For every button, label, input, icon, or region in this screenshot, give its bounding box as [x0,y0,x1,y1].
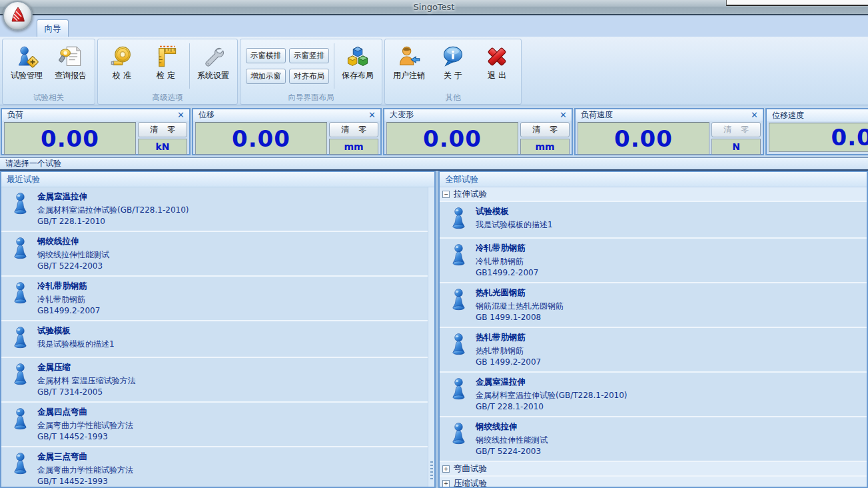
about-button[interactable]: 关 于 [431,41,475,91]
clear-zero-button[interactable]: 清 零 [711,122,761,137]
align-layout-button[interactable]: 对齐布局 [289,69,329,84]
ribbon-group-body: 用户注销 关 于 退 出 [385,39,521,93]
clear-zero-button[interactable]: 清 零 [138,122,187,137]
test-item-desc: GB1499.2-2007 [476,267,538,279]
all-tests-body: −拉伸试验试验模板我是试验模板的描述1冷轧带肋钢筋冷轧带肋钢筋GB1499.2-… [440,187,867,487]
test-selection-area: 最近试验 金属室温拉伸金属材料室温拉伸试验(GB/T228.1-2010)GB/… [0,171,868,488]
meter-titlebar: 位移✕ [193,109,380,121]
meter-title: 位移速度 [772,110,804,121]
test-item-title: 金属四点弯曲 [37,407,133,418]
expand-toggle-icon[interactable]: + [442,465,450,473]
test-item-desc: GB/T 14452-1993 [37,476,133,487]
test-item-desc: GB/T 14452-1993 [37,431,133,443]
clear-zero-button[interactable]: 清 零 [329,122,378,137]
query-report-button[interactable]: 查询报告 [49,41,93,91]
test-item-title: 热轧带肋钢筋 [476,332,541,343]
test-item[interactable]: 金属压缩金属材料 室温压缩试验方法GB/T 7314-2005 [1,358,428,403]
recent-tests-panel: 最近试验 金属室温拉伸金属材料室温拉伸试验(GB/T228.1-2010)GB/… [0,171,436,488]
meter-unit: mm [329,139,378,155]
expand-toggle-icon[interactable]: + [442,480,450,487]
test-item-text: 冷轧带肋钢筋冷轧带肋钢筋GB1499.2-2007 [37,281,100,317]
about-icon [441,45,465,69]
test-item-text: 钢绞线拉伸钢绞线拉伸性能测试GB/T 5224-2003 [476,421,548,458]
meter-value: 0.00 [232,125,290,152]
vertical-scrollbar[interactable] [428,187,434,487]
pawn-icon [11,407,30,443]
tab-wizard[interactable]: 向导 [37,19,69,37]
button-label: 关 于 [444,70,462,81]
meter-panel-4: 负荷速度✕0.00清 零N [574,108,764,155]
close-icon[interactable]: ✕ [368,111,376,119]
meter-unit: mm [520,139,570,155]
test-item-desc: 金属弯曲力学性能试验方法 [37,420,133,431]
select-test-prompt: 请选择一个试验 [0,157,868,171]
meter-unit: kN [138,139,187,155]
meter-display: 0.00 [769,123,868,152]
test-item[interactable]: 冷轧带肋钢筋冷轧带肋钢筋GB1499.2-2007 [440,239,867,283]
test-management-button[interactable]: 试验管理 [5,41,49,91]
meter-panel-2: 位移✕0.00清 零mm [192,108,382,155]
pawn-icon [450,287,468,324]
collapse-toggle-icon[interactable]: − [442,191,450,198]
test-item[interactable]: 金属四点弯曲金属弯曲力学性能试验方法GB/T 14452-1993 [1,403,428,447]
test-item-text: 热轧带肋钢筋热轧带肋钢筋GB 1499.2-2007 [476,332,541,369]
meter-title: 大变形 [390,109,414,121]
tree-node-collapsed[interactable]: +弯曲试验 [440,462,867,477]
close-icon[interactable]: ✕ [177,111,185,119]
system-settings-button[interactable]: 系统设置 [191,41,235,91]
application-menu-button[interactable] [3,1,33,31]
test-item[interactable]: 钢绞线拉伸钢绞线拉伸性能测试GB/T 5224-2003 [1,232,428,277]
meter-horizontal-button[interactable]: 示窗横排 [246,48,286,63]
ribbon-group-other: 用户注销 关 于 退 出 其他 [384,39,522,105]
meter-vertical-button[interactable]: 示窗竖排 [289,48,329,63]
add-meter-button[interactable]: 增加示窗 [246,69,286,84]
meter-display: 0.00 [4,122,136,155]
test-item[interactable]: 金属室温拉伸金属材料室温拉伸试验(GB/T228.1-2010)GB/T 228… [440,373,867,417]
all-tests-tree: −拉伸试验试验模板我是试验模板的描述1冷轧带肋钢筋冷轧带肋钢筋GB1499.2-… [440,187,867,487]
pawn-icon [450,377,468,413]
test-item[interactable]: 钢绞线拉伸钢绞线拉伸性能测试GB/T 5224-2003 [440,417,867,462]
test-item[interactable]: 试验模板我是试验模板的描述1 [1,321,428,358]
meter-side-column: 清 零N [711,122,761,155]
button-label: 用户注销 [393,70,425,81]
recent-tests-header: 最近试验 [1,172,434,187]
ribbon-group-label: 向导界面布局 [240,93,382,104]
test-management-icon [15,45,39,69]
exit-button[interactable]: 退 出 [475,41,519,91]
close-icon[interactable]: ✕ [751,111,758,119]
user-logout-button[interactable]: 用户注销 [387,41,431,91]
test-item[interactable]: 试验模板我是试验模板的描述1 [440,202,867,239]
test-item-title: 钢绞线拉伸 [476,421,548,433]
pawn-icon [11,362,30,399]
verify-button[interactable]: 检 定 [144,41,188,91]
test-item[interactable]: 热轧带肋钢筋热轧带肋钢筋GB 1499.2-2007 [440,328,867,373]
save-layout-icon [346,45,370,69]
test-item-text: 金属三点弯曲金属弯曲力学性能试验方法GB/T 14452-1993 [37,451,133,487]
meter-body: 0.00 [767,121,868,154]
test-item-text: 金属压缩金属材料 室温压缩试验方法GB/T 7314-2005 [37,362,136,399]
ribbon-group-body: 校 准 检 定 系统设置 [98,39,237,93]
test-item-text: 试验模板我是试验模板的描述1 [476,206,553,235]
test-item[interactable]: 热轧光圆钢筋钢筋混凝土热轧光圆钢筋GB 1499.1-2008 [440,283,867,328]
test-item[interactable]: 金属室温拉伸金属材料室温拉伸试验(GB/T228.1-2010)GB/T 228… [1,187,428,232]
button-label: 系统设置 [197,70,229,81]
test-item-text: 冷轧带肋钢筋冷轧带肋钢筋GB1499.2-2007 [476,243,538,279]
ribbon: 试验管理 查询报告 试验相关 校 准 检 定 [0,37,868,105]
close-icon[interactable]: ✕ [560,111,567,119]
test-item-desc: GB/T 228.1-2010 [37,216,189,227]
all-tests-panel: 全部试验 −拉伸试验试验模板我是试验模板的描述1冷轧带肋钢筋冷轧带肋钢筋GB14… [438,171,868,488]
test-item-desc: GB 1499.2-2007 [476,357,541,368]
meter-side-column: 清 零kN [138,122,187,155]
test-item-desc: GB/T 5224-2003 [476,446,548,457]
clear-zero-button[interactable]: 清 零 [520,122,570,137]
save-layout-button[interactable]: 保存布局 [336,41,380,91]
pawn-icon [11,191,30,228]
test-item[interactable]: 冷轧带肋钢筋冷轧带肋钢筋GB1499.2-2007 [1,277,428,321]
tree-node-collapsed[interactable]: +压缩试验 [440,477,867,487]
calibrate-button[interactable]: 校 准 [100,41,144,91]
tree-node-expanded[interactable]: −拉伸试验 [440,187,867,202]
test-item-title: 冷轧带肋钢筋 [37,281,100,292]
test-item[interactable]: 金属三点弯曲金属弯曲力学性能试验方法GB/T 14452-1993 [1,447,428,487]
verify-icon [154,45,178,69]
test-item-text: 钢绞线拉伸钢绞线拉伸性能测试GB/T 5224-2003 [37,236,109,273]
